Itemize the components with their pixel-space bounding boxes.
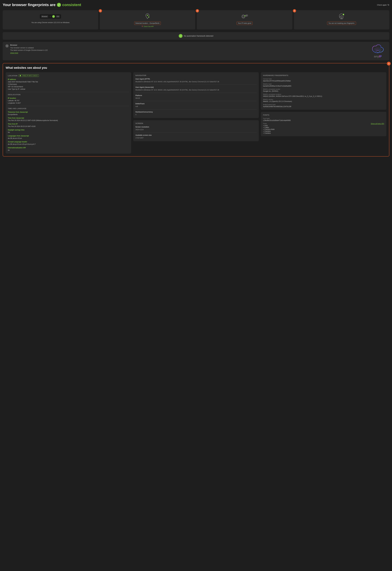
screen-res-label: Screen resolution bbox=[135, 126, 257, 128]
info-icon: ℹ bbox=[5, 44, 9, 47]
lang-value: de-DE,de,en-US,en bbox=[8, 137, 129, 139]
screen-panel: Screen Screen resolution 3420×2224 Avail… bbox=[133, 120, 259, 141]
svg-point-0 bbox=[147, 15, 148, 16]
browser-version-text: The latest version of Google Chrome brow… bbox=[10, 49, 48, 51]
nav-divider-4 bbox=[135, 109, 257, 109]
font-item-calibri: + Calibri bbox=[263, 127, 384, 128]
tz-label: Timezone from Javascript bbox=[8, 111, 129, 113]
automation-text: No automation framework detected bbox=[184, 35, 213, 37]
nav-divider-2 bbox=[135, 93, 257, 93]
browser-outdated-text: Your browser version is outdated bbox=[10, 46, 48, 49]
navigator-panel: Navigator User-Agent (HTTP) Mozilla/5.0 … bbox=[133, 72, 259, 118]
refresh-icon: ↻ bbox=[388, 4, 389, 6]
dnt-label: DoNotTrack bbox=[135, 103, 257, 105]
dnt-value: null bbox=[135, 105, 257, 108]
user-type-line: User Type by IP: cellular bbox=[8, 88, 129, 90]
free-check-label: FREE IP INFO CHECK bbox=[22, 75, 38, 76]
card-ip-label: Your IP looks good bbox=[237, 22, 252, 25]
badge-1: 1 bbox=[99, 9, 102, 13]
badge-2: 2 bbox=[196, 9, 199, 13]
hw-concurrency-label: HardwareConcurrency bbox=[135, 111, 257, 113]
browser-info-left: ℹ Browser Your browser version is outdat… bbox=[5, 44, 48, 54]
webgl-vendor-value: Google Inc. (NVIDIA) bbox=[263, 90, 384, 92]
arrow-icon: → bbox=[49, 15, 51, 17]
screen-res-value: 3420×2224 bbox=[135, 128, 257, 131]
svg-point-16 bbox=[378, 52, 378, 53]
audio-hash-value: 4a45b61648979c548853dc11547b139f bbox=[263, 105, 384, 107]
show-all-fonts-link[interactable]: Show all fonts (55) bbox=[371, 123, 384, 125]
check-again-label: Check again bbox=[377, 4, 387, 6]
free-check-badge[interactable]: FREE IP INFO CHECK bbox=[18, 75, 39, 77]
cards-row: Browser → ✓ OS You are using Chrome vers… bbox=[3, 10, 389, 30]
location-icon-area: ✓ bbox=[144, 13, 151, 20]
anyip-brand-text: IP bbox=[379, 55, 382, 58]
dst-value: No bbox=[8, 131, 129, 134]
check-again-button[interactable]: Check again ↻ bbox=[377, 4, 389, 6]
ip-country-value: 3 (Germany) bbox=[8, 83, 129, 86]
canvas-hash-value: daec6eccf37441ad35fdeaa60125d8ab bbox=[263, 80, 384, 82]
longitude-value: Longitude: 9.1827 bbox=[8, 102, 129, 104]
globe-icon: ✓ bbox=[241, 13, 248, 20]
what-websites-see-section: 4 What websites see about you Location F… bbox=[3, 63, 389, 157]
location-panel: Location FREE IP INFO CHECK IP address 2… bbox=[6, 72, 131, 153]
accept-value: de-DE,de;q=0.9,en-US;q=0.8,en;q=0.7 bbox=[8, 143, 129, 145]
automation-check-icon: ✓ bbox=[179, 34, 182, 38]
badge-4: 4 bbox=[387, 62, 391, 65]
user-type-label: User Type by IP: bbox=[8, 88, 20, 90]
title-status: consistent bbox=[62, 3, 81, 7]
webgl-version-value: WebGL 1.0 (OpenGL ES 2.0 Chromium) bbox=[263, 101, 384, 102]
font-item-arial: + Arial bbox=[263, 125, 384, 127]
isp-label: ISP: bbox=[8, 86, 11, 88]
hardware-panel-title: Hardware fingerprints bbox=[263, 75, 384, 76]
hw-concurrency-value: 4 bbox=[135, 113, 257, 116]
time-language-subtitle: Time and language bbox=[8, 108, 129, 109]
consistent-check-icon: ✓ bbox=[57, 3, 61, 7]
fonts-label: Fonts bbox=[263, 123, 267, 124]
ip-icon-area: ✓ bbox=[241, 13, 248, 20]
ip-address-label: IP address bbox=[8, 78, 129, 80]
browser-os-box: Browser → ✓ OS bbox=[40, 14, 61, 19]
check-geo-link[interactable]: Check Geo API bbox=[143, 26, 154, 27]
browser-info-text: Browser Your browser version is outdated… bbox=[10, 44, 48, 54]
time-js-value: Thu Feb 29 2024 09:23:12 GMT+0100 (Mitte… bbox=[8, 119, 129, 122]
webgl-hash-value: ba2a631d5086ac3136a37e18a8fad865 bbox=[263, 85, 384, 87]
svg-text:✓: ✓ bbox=[149, 17, 149, 18]
navigator-column: Navigator User-Agent (HTTP) Mozilla/5.0 … bbox=[133, 72, 259, 153]
browser-os-icon-area: Browser → ✓ OS bbox=[40, 13, 61, 20]
section-title: What websites see about you bbox=[6, 66, 386, 70]
location-panel-header: Location FREE IP INFO CHECK bbox=[8, 75, 129, 77]
time-ip-label: Time from IP bbox=[8, 123, 129, 125]
fingerprint-icon-area: ✓ bbox=[338, 13, 345, 20]
ua-http-value: Mozilla/5.0 (Windows NT 10.0; Win64; x64… bbox=[135, 80, 257, 83]
dst-label: Daylight savings time bbox=[8, 129, 129, 131]
browser-label: Browser bbox=[10, 44, 48, 46]
font-list: + Arial + Calibri + Cambria Math + Cambr… bbox=[263, 125, 384, 134]
title-prefix: Your browser fingerprints are bbox=[3, 3, 56, 7]
lang-label: Languages from Javascript bbox=[8, 135, 129, 137]
location-panel-title: Location bbox=[8, 75, 17, 77]
font-item-cambria: + Cambria bbox=[263, 130, 384, 132]
fonts-panel-title: Fonts bbox=[263, 114, 384, 116]
hardware-column: Hardware fingerprints Canvas hash daec6e… bbox=[261, 72, 386, 153]
green-dot-icon bbox=[20, 75, 21, 76]
svg-text:✓: ✓ bbox=[343, 14, 344, 15]
browser-label: Browser bbox=[41, 15, 48, 17]
latitude-value: Latitude: 48.767 bbox=[8, 99, 129, 102]
webgl-renderer-label: WebGL unmasked renderer bbox=[263, 93, 384, 95]
hardware-panel: Hardware fingerprints Canvas hash daec6e… bbox=[261, 72, 386, 110]
ua-js-label: User-Agent (Javascript) bbox=[135, 86, 257, 88]
intl-value: de bbox=[8, 149, 129, 151]
card-browser: Browser → ✓ OS You are using Chrome vers… bbox=[3, 10, 98, 30]
anyip-cloud-icon bbox=[369, 44, 387, 54]
user-type-value: cellular bbox=[20, 88, 25, 90]
show-more-button[interactable]: show more bbox=[10, 52, 18, 54]
fonts-header-row: Fonts Show all fonts (55) bbox=[263, 123, 384, 125]
browser-info-row: ℹ Browser Your browser version is outdat… bbox=[3, 42, 389, 60]
ua-js-value: Mozilla/5.0 (Windows NT 10.0; Win64; x64… bbox=[135, 89, 257, 91]
font-hash-value: c29ed6e33ca3a58de471b0c4daf45f65 bbox=[263, 120, 384, 121]
time-js-label: Time from Javascript bbox=[8, 117, 129, 119]
ip-address-value: 2a02:3037:40d:8ac8:6e30:70d0:779b:7bd bbox=[8, 81, 129, 83]
card-location-sub[interactable]: 📍 Check Geo API bbox=[141, 26, 154, 27]
platform-label: Platform bbox=[135, 94, 257, 96]
fonts-panel: Fonts Font hash c29ed6e33ca3a58de471b0c4… bbox=[261, 112, 386, 136]
